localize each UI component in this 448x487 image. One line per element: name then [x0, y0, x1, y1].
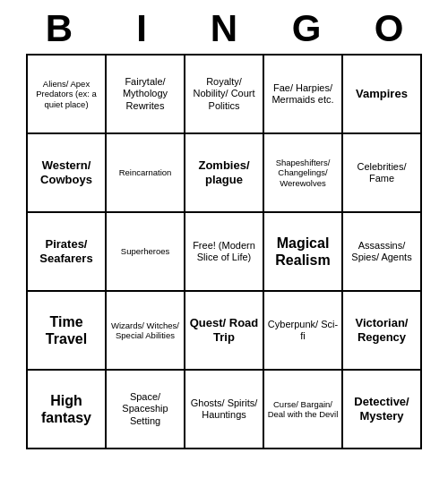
bingo-cell-7: Zombies/ plague: [185, 134, 264, 213]
letter-g: G: [267, 7, 346, 50]
bingo-cell-2: Royalty/ Nobility/ Court Politics: [185, 56, 264, 134]
bingo-cell-16: Wizards/ Witches/ Special Abilities: [107, 292, 185, 371]
bingo-cell-4: Vampires: [343, 56, 422, 134]
bingo-cell-21: Space/ Spaceship Setting: [107, 371, 185, 449]
bingo-cell-5: Western/ Cowboys: [28, 134, 107, 213]
cell-text-24: Detective/ Mystery: [346, 395, 418, 423]
cell-text-9: Celebrities/ Fame: [346, 161, 418, 184]
letter-i: I: [102, 7, 181, 50]
cell-text-16: Wizards/ Witches/ Special Abilities: [109, 320, 181, 341]
bingo-cell-10: Pirates/ Seafarers: [28, 213, 107, 292]
bingo-cell-19: Victorian/ Regency: [343, 292, 422, 371]
cell-text-14: Assassins/ Spies/ Agents: [346, 240, 418, 263]
cell-text-15: Time Travel: [30, 313, 102, 347]
cell-text-10: Pirates/ Seafarers: [30, 237, 102, 265]
cell-text-18: Cyberpunk/ Sci-fi: [267, 319, 339, 342]
bingo-cell-9: Celebrities/ Fame: [343, 134, 422, 213]
bingo-cell-22: Ghosts/ Spirits/ Hauntings: [185, 371, 264, 449]
bingo-grid: Aliens/ Apex Predators (ex: a quiet plac…: [26, 54, 422, 449]
bingo-cell-13: Magical Realism: [264, 213, 343, 292]
bingo-cell-6: Reincarnation: [107, 134, 185, 213]
cell-text-2: Royalty/ Nobility/ Court Politics: [188, 76, 260, 112]
cell-text-20: High fantasy: [30, 392, 102, 426]
cell-text-8: Shapeshifters/ Changelings/ Werewolves: [267, 158, 339, 188]
cell-text-11: Superheroes: [121, 246, 169, 256]
bingo-cell-1: Fairytale/ Mythology Rewrites: [107, 56, 185, 134]
bingo-cell-23: Curse/ Bargain/ Deal with the Devil: [264, 371, 343, 449]
cell-text-23: Curse/ Bargain/ Deal with the Devil: [267, 399, 339, 420]
cell-text-13: Magical Realism: [267, 235, 339, 269]
cell-text-22: Ghosts/ Spirits/ Hauntings: [188, 397, 260, 421]
letter-n: N: [185, 7, 263, 50]
bingo-cell-15: Time Travel: [28, 292, 107, 371]
bingo-cell-18: Cyberpunk/ Sci-fi: [264, 292, 343, 371]
bingo-cell-12: Free! (Modern Slice of Life): [185, 213, 264, 292]
cell-text-3: Fae/ Harpies/ Mermaids etc.: [267, 82, 339, 106]
cell-text-0: Aliens/ Apex Predators (ex: a quiet plac…: [30, 79, 102, 109]
cell-text-5: Western/ Cowboys: [30, 158, 102, 186]
bingo-cell-0: Aliens/ Apex Predators (ex: a quiet plac…: [28, 56, 107, 134]
cell-text-4: Vampires: [356, 87, 408, 101]
cell-text-17: Quest/ Road Trip: [188, 316, 260, 344]
bingo-title: B I N G O: [18, 7, 430, 50]
bingo-cell-20: High fantasy: [28, 371, 107, 449]
bingo-cell-11: Superheroes: [107, 213, 185, 292]
letter-o: O: [349, 7, 428, 50]
letter-b: B: [20, 7, 99, 50]
cell-text-12: Free! (Modern Slice of Life): [188, 240, 260, 263]
bingo-cell-3: Fae/ Harpies/ Mermaids etc.: [264, 56, 343, 134]
bingo-cell-8: Shapeshifters/ Changelings/ Werewolves: [264, 134, 343, 213]
bingo-cell-17: Quest/ Road Trip: [185, 292, 264, 371]
bingo-cell-24: Detective/ Mystery: [343, 371, 422, 449]
cell-text-19: Victorian/ Regency: [346, 316, 418, 344]
cell-text-1: Fairytale/ Mythology Rewrites: [109, 76, 181, 112]
cell-text-7: Zombies/ plague: [188, 158, 260, 186]
cell-text-6: Reincarnation: [119, 167, 172, 177]
cell-text-21: Space/ Spaceship Setting: [109, 391, 181, 427]
bingo-cell-14: Assassins/ Spies/ Agents: [343, 213, 422, 292]
